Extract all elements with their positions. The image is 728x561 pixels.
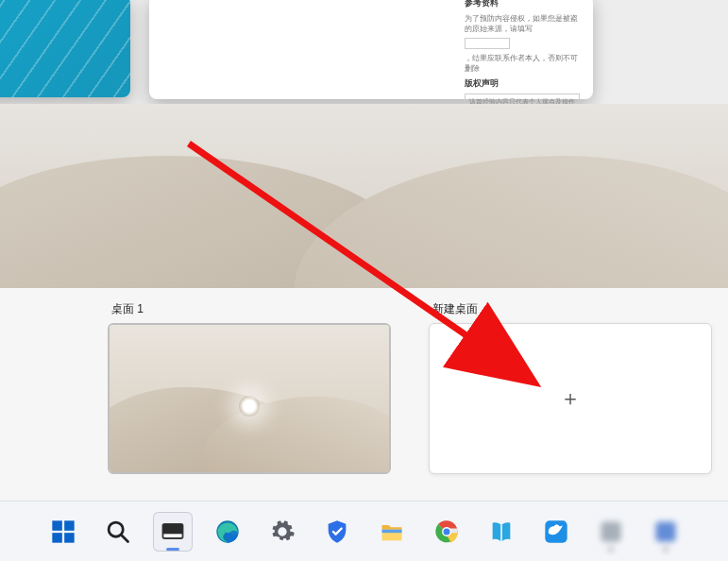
svg-rect-17 [601, 521, 620, 541]
doc-line-1: 为了预防内容侵权，如果您是被盗的原始来源，请填写 ，结果应联系作者本人，否则不可… [465, 13, 580, 74]
pinned-app-b[interactable] [646, 512, 686, 552]
doc-heading-1: 参考资料 [465, 0, 580, 9]
doc-text: ，结果应联系作者本人，否则不可删除 [465, 53, 580, 74]
folder-icon [379, 518, 405, 545]
svg-rect-3 [52, 533, 62, 543]
doc-heading-2: 版权声明 [465, 77, 580, 90]
gear-icon [269, 518, 296, 545]
virtual-desktop-thumbnail[interactable] [108, 323, 391, 474]
virtual-desktop-new[interactable]: 新建桌面 ＋ [429, 301, 727, 474]
new-desktop-label: 新建桌面 [429, 301, 727, 317]
virtual-desktops-strip: 桌面 1 新建桌面 ＋ [0, 288, 728, 501]
window-thumbnail-2[interactable]: 参考资料 为了预防内容侵权，如果您是被盗的原始来源，请填写 ，结果应联系作者本人… [149, 0, 593, 99]
svg-rect-4 [64, 533, 75, 543]
task-view-window-row: 参考资料 为了预防内容侵权，如果您是被盗的原始来源，请填写 ，结果应联系作者本人… [0, 0, 728, 104]
svg-rect-2 [64, 520, 75, 531]
windows-logo-icon [50, 518, 76, 545]
task-view-button[interactable] [153, 512, 193, 552]
svg-rect-11 [381, 529, 401, 533]
reader-button[interactable] [482, 512, 521, 552]
svg-rect-8 [162, 523, 182, 534]
bird-icon [543, 518, 569, 545]
shield-icon [324, 518, 350, 545]
new-desktop-button[interactable]: ＋ [429, 323, 712, 474]
chrome-button[interactable] [427, 512, 466, 552]
edge-icon [214, 518, 241, 545]
svg-point-14 [443, 528, 449, 535]
thunder-button[interactable] [536, 512, 576, 552]
window-thumbnail-1[interactable] [0, 0, 130, 97]
task-view-icon [160, 518, 186, 545]
desktop-wallpaper [0, 104, 728, 288]
plus-icon: ＋ [560, 388, 581, 409]
svg-line-6 [121, 535, 127, 541]
taskbar [0, 501, 728, 561]
thumbnail-wallpaper [110, 325, 389, 472]
svg-rect-18 [655, 521, 675, 541]
start-button[interactable] [43, 512, 83, 552]
svg-rect-1 [52, 520, 62, 531]
search-button[interactable] [98, 512, 138, 552]
chrome-icon [433, 518, 460, 545]
doc-input-field [465, 38, 510, 49]
app-icon [598, 518, 624, 545]
book-icon [488, 518, 515, 545]
virtual-desktop-current[interactable]: 桌面 1 [108, 301, 406, 474]
virtual-desktop-label: 桌面 1 [108, 301, 406, 317]
edge-button[interactable] [208, 512, 247, 552]
settings-button[interactable] [262, 512, 302, 552]
file-explorer-button[interactable] [372, 512, 412, 552]
app-icon [652, 518, 679, 545]
wallpaper-dune [294, 156, 728, 288]
pinned-app-a[interactable] [591, 512, 631, 552]
search-icon [105, 518, 131, 545]
security-button[interactable] [317, 512, 357, 552]
doc-text: 为了预防内容侵权，如果您是被盗的原始来源，请填写 [465, 13, 580, 34]
